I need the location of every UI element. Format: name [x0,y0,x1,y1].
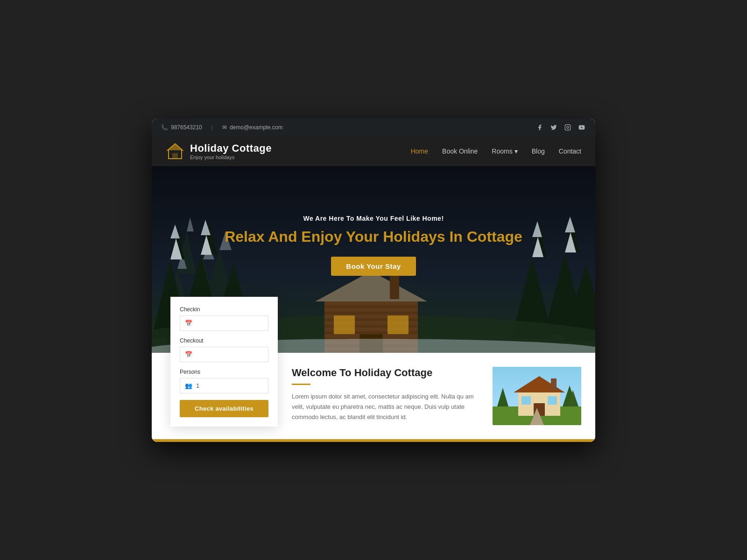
logo-icon [166,142,184,161]
svg-rect-60 [551,378,557,390]
twitter-icon[interactable] [550,123,558,132]
svg-marker-5 [168,144,183,150]
phone-number: 9876543210 [171,124,202,131]
logo-tagline: Enjoy your holidays [190,154,272,160]
browser-window: 📞 9876543210 | ✉ demo@example.com [152,119,595,442]
welcome-description: Lorem ipsum dolor sit amet, consectetur … [292,392,479,422]
top-bar-left: 📞 9876543210 | ✉ demo@example.com [161,124,282,131]
content-area: Checkin 📅 Checkout 📅 Persons 👥 [152,353,595,442]
checkout-group: Checkout 📅 [180,337,268,362]
phone-contact: 📞 9876543210 [161,124,202,131]
instagram-icon[interactable] [564,123,572,132]
navbar: Holiday Cottage Enjoy your holidays Home… [152,136,595,166]
svg-rect-59 [548,396,557,405]
checkin-label: Checkin [180,306,268,313]
checkin-group: Checkin 📅 [180,306,268,331]
checkout-label: Checkout [180,337,268,344]
cottage-image-svg [493,367,581,425]
title-underline [292,384,310,385]
checkout-input-wrapper[interactable]: 📅 [180,347,268,362]
chevron-down-icon: ▾ [514,147,518,155]
svg-rect-35 [324,305,418,308]
logo-text: Holiday Cottage Enjoy your holidays [190,142,272,160]
social-links [536,123,586,132]
svg-rect-36 [324,312,418,315]
svg-rect-47 [388,315,409,334]
top-bar: 📞 9876543210 | ✉ demo@example.com [152,119,595,136]
logo-name: Holiday Cottage [190,142,272,154]
hero-content: We Are Here To Make You Feel Like Home! … [225,215,522,276]
facebook-icon[interactable] [536,123,544,132]
checkout-input[interactable] [196,351,263,358]
calendar-icon-2: 📅 [185,351,192,358]
nav-rooms[interactable]: Rooms ▾ [492,147,517,155]
svg-rect-4 [172,153,178,159]
persons-group: Persons 👥 [180,369,268,393]
persons-label: Persons [180,369,268,375]
nav-home[interactable]: Home [411,147,428,155]
hero-title: Relax And Enjoy Your Holidays In Cottage [225,228,522,245]
check-availabilities-button[interactable]: Check availabilities [180,400,268,417]
persons-input[interactable] [196,382,263,389]
divider: | [211,124,213,131]
email-icon: ✉ [222,124,227,131]
booking-form-card: Checkin 📅 Checkout 📅 Persons 👥 [170,297,278,427]
svg-rect-58 [521,396,531,405]
persons-input-wrapper[interactable]: 👥 [180,378,268,393]
phone-icon: 📞 [161,124,168,131]
email-address: demo@example.com [230,124,283,131]
svg-rect-46 [334,315,355,334]
checkin-input[interactable] [196,320,263,327]
gold-bottom-bar [152,439,595,442]
nav-contact[interactable]: Contact [559,147,581,155]
calendar-icon: 📅 [185,320,192,327]
email-contact: ✉ demo@example.com [222,124,283,131]
welcome-text: Welcome To Holiday Cottage Lorem ipsum d… [292,367,479,422]
welcome-title: Welcome To Holiday Cottage [292,367,479,379]
svg-rect-48 [390,276,399,299]
welcome-image [493,367,581,425]
book-stay-button[interactable]: Book Your Stay [331,257,416,276]
checkin-input-wrapper[interactable]: 📅 [180,315,268,331]
nav-links: Home Book Online Rooms ▾ Blog Contact [411,147,581,155]
youtube-icon[interactable] [578,123,586,132]
hero-subtitle: We Are Here To Make You Feel Like Home! [225,215,522,222]
logo: Holiday Cottage Enjoy your holidays [166,142,272,161]
nav-blog[interactable]: Blog [532,147,545,155]
persons-icon: 👥 [185,382,192,389]
nav-book-online[interactable]: Book Online [442,147,478,155]
svg-rect-0 [565,125,571,130]
